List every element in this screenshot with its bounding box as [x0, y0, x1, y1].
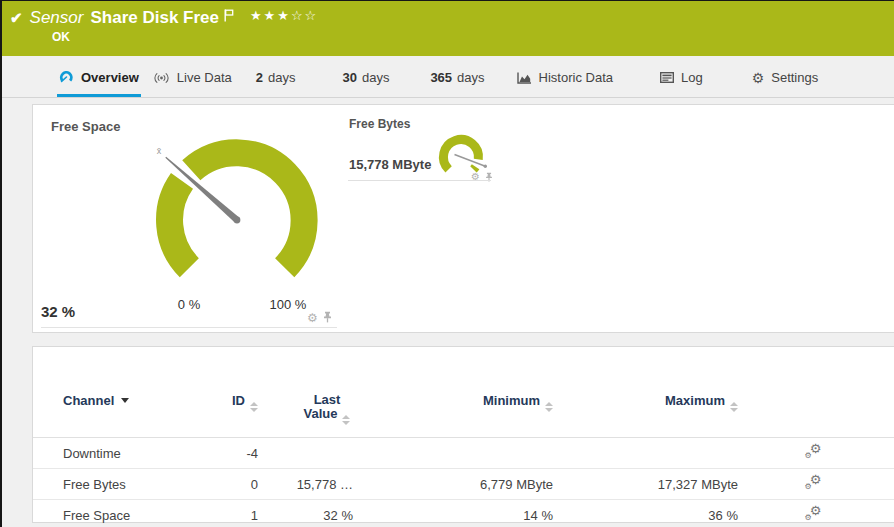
tab-label: days	[457, 70, 484, 85]
channel-last-value: 32 %	[258, 500, 353, 527]
sensor-status-header: ✔ Sensor Share Disk Free ★★★☆☆ OK	[2, 1, 894, 56]
tab-label: days	[362, 70, 389, 85]
channel-settings-icon[interactable]: ⚙⚙	[805, 444, 822, 460]
channel-name[interactable]: Free Space	[33, 500, 198, 527]
mini-gauge-title: Free Bytes	[349, 117, 410, 131]
channel-name[interactable]: Downtime	[33, 438, 198, 469]
gear-icon: ⚙	[805, 452, 812, 460]
sort-toggle-icon	[250, 402, 258, 412]
sort-toggle-icon	[342, 415, 350, 425]
channel-settings-icon[interactable]: ⚙⚙	[805, 475, 822, 491]
divider	[41, 327, 337, 328]
sort-desc-icon	[121, 398, 129, 403]
priority-star-rating[interactable]: ★★★☆☆	[250, 7, 318, 25]
prtg-sensor-page: ✔ Sensor Share Disk Free ★★★☆☆ OK Overvi…	[0, 0, 894, 527]
tab-365-days[interactable]: 365days	[428, 56, 486, 97]
tab-number: 365	[430, 70, 452, 85]
column-minimum[interactable]: Minimum	[483, 393, 553, 412]
gear-icon: ⚙	[752, 71, 765, 85]
gauge-toolbar: ⚙	[307, 309, 332, 327]
tab-historic-data[interactable]: Historic Data	[515, 56, 615, 97]
mini-gauge-toolbar: ⚙	[471, 168, 493, 186]
channel-settings-icon[interactable]: ⚙⚙	[805, 506, 822, 522]
gear-icon: ⚙	[805, 483, 812, 491]
tab-label: Live Data	[177, 70, 232, 85]
tab-label: Log	[681, 70, 703, 85]
sensor-title: Share Disk Free	[90, 7, 219, 29]
channels-table: Channel ID Last Value Minimum Maximum Do…	[33, 377, 894, 527]
table-header-row: Channel ID Last Value Minimum Maximum	[33, 377, 894, 438]
gauge-scale-min: 0 %	[169, 297, 209, 312]
log-icon	[660, 72, 674, 83]
column-id[interactable]: ID	[232, 393, 258, 412]
tab-live-data[interactable]: Live Data	[151, 56, 234, 97]
channel-row[interactable]: Downtime-4⚙⚙	[33, 438, 894, 469]
channels-panel: Channel ID Last Value Minimum Maximum Do…	[32, 346, 894, 523]
channel-maximum: 36 %	[553, 500, 738, 527]
mini-gauge-current-value: 15,778 MByte	[349, 157, 431, 172]
channel-row[interactable]: Free Bytes015,778 …6,779 MByte17,327 MBy…	[33, 469, 894, 500]
column-last-value[interactable]: Last Value	[301, 393, 353, 425]
flag-icon[interactable]	[224, 8, 234, 26]
divider	[348, 180, 491, 181]
svg-text:x̄: x̄	[157, 146, 162, 156]
channel-last-value: 15,778 …	[258, 469, 353, 500]
channel-minimum: 14 %	[353, 500, 553, 527]
overview-panel: Free Space x̄ 0 % 100 % 32 % ⚙ Free Byte…	[32, 104, 894, 333]
sort-toggle-icon	[730, 402, 738, 412]
tab-overview[interactable]: Overview	[57, 56, 141, 97]
channel-id: 0	[198, 469, 258, 500]
channel-minimum	[353, 438, 553, 469]
tab-number: 30	[342, 70, 356, 85]
status-badge: OK	[52, 30, 70, 44]
tab-settings[interactable]: ⚙Settings	[750, 56, 821, 97]
channel-row[interactable]: Free Space132 %14 %36 %⚙⚙	[33, 500, 894, 527]
gauge-title: Free Space	[51, 119, 120, 134]
tab-label: Historic Data	[539, 70, 613, 85]
gear-icon: ⚙	[805, 514, 812, 522]
channel-minimum: 6,779 MByte	[353, 469, 553, 500]
pin-icon[interactable]	[485, 168, 493, 186]
channel-id: 1	[198, 500, 258, 527]
tab-bar: OverviewLive Data2days30days365daysHisto…	[2, 56, 894, 98]
sort-toggle-icon	[545, 402, 553, 412]
check-icon: ✔	[10, 7, 23, 29]
free-space-gauge: x̄	[127, 123, 357, 311]
tab-30-days[interactable]: 30days	[340, 56, 391, 97]
area-chart-icon	[517, 72, 532, 84]
live-icon	[153, 72, 170, 84]
channel-id: -4	[198, 438, 258, 469]
column-maximum[interactable]: Maximum	[665, 393, 738, 412]
tab-2-days[interactable]: 2days	[254, 56, 298, 97]
object-kind-label: Sensor	[30, 7, 84, 29]
channel-maximum: 17,327 MByte	[553, 469, 738, 500]
gear-icon[interactable]: ⚙	[307, 312, 318, 324]
gauge-icon	[59, 71, 74, 85]
channel-maximum	[553, 438, 738, 469]
tab-label: Settings	[771, 70, 818, 85]
gauge-current-value: 32 %	[41, 303, 75, 320]
pin-icon[interactable]	[323, 309, 332, 327]
tab-log[interactable]: Log	[658, 56, 705, 97]
tab-number: 2	[256, 70, 263, 85]
tab-label: Overview	[81, 70, 139, 85]
channel-name[interactable]: Free Bytes	[33, 469, 198, 500]
column-channel[interactable]: Channel	[63, 393, 129, 408]
channel-last-value	[258, 438, 353, 469]
tab-label: days	[268, 70, 295, 85]
